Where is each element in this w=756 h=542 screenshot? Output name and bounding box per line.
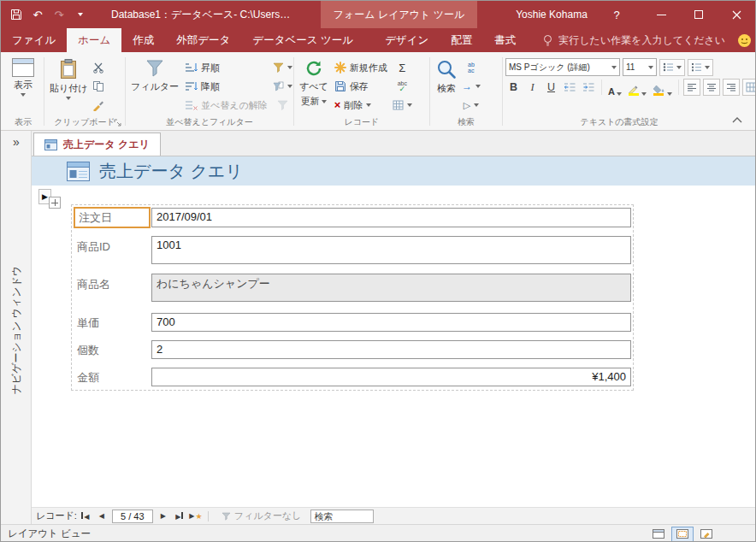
new-record-button[interactable]: 新規作成 bbox=[331, 59, 391, 76]
tab-database-tools[interactable]: データベース ツール bbox=[241, 28, 364, 52]
first-record-button[interactable]: ◀ bbox=[78, 510, 93, 523]
find-group-label: 検索 bbox=[430, 116, 502, 128]
ribbon: 表示 表示 貼り付け bbox=[1, 52, 755, 131]
field-label-product-id[interactable]: 商品ID bbox=[77, 239, 110, 255]
field-value-amount[interactable]: ¥1,400 bbox=[151, 368, 631, 386]
numbering-button[interactable] bbox=[688, 59, 713, 76]
undo-icon: ↶ bbox=[33, 9, 43, 21]
new-record-arrow-icon: ▶ bbox=[189, 512, 194, 520]
copy-button[interactable] bbox=[91, 78, 106, 95]
delete-record-button[interactable]: × 削除 bbox=[331, 97, 391, 114]
tell-me-box[interactable]: 実行したい作業を入力してください bbox=[534, 28, 734, 52]
bullets-button[interactable] bbox=[659, 59, 685, 76]
field-label-order-date[interactable]: 注文日 bbox=[74, 207, 151, 228]
font-size-combo[interactable]: 11 bbox=[623, 58, 657, 76]
find-button[interactable]: 検索 bbox=[433, 55, 460, 95]
redo-button[interactable]: ↷ bbox=[49, 4, 69, 25]
field-label-quantity[interactable]: 個数 bbox=[77, 343, 99, 358]
more-records-button[interactable] bbox=[391, 97, 414, 114]
current-record-input[interactable] bbox=[112, 510, 153, 523]
field-value-product-id[interactable]: 1001 bbox=[151, 236, 631, 264]
field-label-unit-price[interactable]: 単価 bbox=[77, 315, 99, 331]
tab-file[interactable]: ファイル bbox=[1, 28, 67, 52]
undo-button[interactable]: ↶ bbox=[27, 4, 48, 25]
totals-button[interactable]: Σ bbox=[391, 59, 414, 76]
field-value-product-name[interactable]: わにちゃんシャンプー bbox=[151, 274, 631, 302]
layout-move-handle[interactable] bbox=[49, 197, 61, 209]
underline-button[interactable]: U bbox=[543, 80, 559, 96]
feedback-smiley-button[interactable] bbox=[734, 28, 755, 52]
gridlines-button[interactable] bbox=[742, 79, 756, 96]
tab-external-data[interactable]: 外部データ bbox=[165, 28, 241, 52]
format-painter-button[interactable] bbox=[91, 97, 106, 114]
select-button[interactable]: ▷ bbox=[460, 97, 482, 114]
save-record-button[interactable]: 保存 bbox=[331, 78, 391, 95]
tab-format[interactable]: 書式 bbox=[483, 28, 527, 52]
spelling-button[interactable]: abc✓ bbox=[391, 78, 414, 95]
form-view-button[interactable] bbox=[647, 527, 670, 542]
align-right-button[interactable] bbox=[723, 79, 740, 96]
minimize-button[interactable] bbox=[642, 1, 680, 28]
selection-filter-button[interactable] bbox=[271, 59, 294, 76]
help-button[interactable]: ? bbox=[603, 1, 630, 28]
window-title: Database1：データベース- C:\Users… bbox=[111, 8, 290, 22]
clipboard-dialog-launcher[interactable] bbox=[113, 118, 122, 127]
new-record-star-icon: ★ bbox=[195, 512, 202, 521]
close-icon bbox=[732, 10, 741, 20]
filter-status-button[interactable]: フィルターなし bbox=[221, 510, 302, 522]
field-value-order-date[interactable]: 2017/09/01 bbox=[151, 208, 631, 227]
paint-bucket-icon bbox=[653, 85, 665, 96]
align-right-icon bbox=[726, 83, 736, 91]
paste-button[interactable]: 貼り付け bbox=[47, 55, 91, 100]
layout-view-icon bbox=[676, 529, 688, 539]
filter-button[interactable]: フィルター bbox=[128, 55, 181, 93]
next-record-button[interactable]: ▶ bbox=[156, 510, 171, 523]
close-button[interactable] bbox=[718, 1, 755, 28]
background-color-button[interactable] bbox=[651, 79, 674, 96]
font-color-button[interactable]: A bbox=[606, 79, 623, 96]
ribbon-group-records: すべて 更新 新規作成 保存 × 削除 bbox=[294, 53, 429, 130]
new-record-nav-button[interactable]: ▶★ bbox=[188, 510, 204, 523]
field-value-unit-price[interactable]: 700 bbox=[151, 313, 631, 332]
remove-sort-button[interactable]: 並べ替えの解除 bbox=[181, 97, 271, 114]
align-left-button[interactable] bbox=[683, 79, 700, 96]
tab-create[interactable]: 作成 bbox=[121, 28, 165, 52]
collapse-ribbon-button[interactable] bbox=[728, 113, 747, 126]
field-value-quantity[interactable]: 2 bbox=[151, 340, 631, 359]
text-formatting-group-label: テキストの書式設定 bbox=[503, 116, 735, 128]
bullet-list-icon bbox=[663, 62, 674, 72]
field-label-amount[interactable]: 金額 bbox=[77, 370, 99, 386]
previous-record-button[interactable]: ◀ bbox=[94, 510, 109, 523]
maximize-icon bbox=[694, 10, 703, 19]
highlight-color-button[interactable] bbox=[626, 79, 648, 96]
advanced-filter-button[interactable] bbox=[271, 78, 294, 95]
tab-home[interactable]: ホーム bbox=[67, 28, 121, 52]
refresh-all-button[interactable]: すべて 更新 bbox=[297, 55, 331, 108]
sort-ascending-button[interactable]: 昇順 bbox=[181, 59, 271, 76]
increase-indent-button[interactable] bbox=[581, 79, 597, 96]
layout-view-button[interactable] bbox=[671, 527, 694, 542]
record-search-input[interactable] bbox=[310, 510, 374, 523]
nav-pane-expand-button[interactable]: » bbox=[1, 133, 32, 151]
toggle-filter-button[interactable] bbox=[271, 97, 294, 114]
decrease-indent-button[interactable] bbox=[562, 79, 578, 96]
view-button[interactable]: 表示 bbox=[5, 55, 41, 97]
maximize-button[interactable] bbox=[680, 1, 718, 28]
tab-arrange[interactable]: 配置 bbox=[440, 28, 483, 52]
font-name-combo[interactable]: MS Pゴシック (詳細) bbox=[505, 58, 620, 76]
save-button[interactable] bbox=[6, 4, 27, 25]
sort-descending-button[interactable]: 降順 bbox=[181, 78, 271, 95]
align-center-button[interactable] bbox=[703, 79, 720, 96]
italic-button[interactable]: I bbox=[524, 80, 540, 96]
design-view-button[interactable] bbox=[695, 527, 718, 542]
cut-button[interactable] bbox=[91, 59, 106, 76]
tab-design[interactable]: デザイン bbox=[374, 28, 440, 52]
last-record-button[interactable]: ▶ bbox=[172, 510, 187, 523]
document-tab-sales-query[interactable]: 売上データ クエリ bbox=[33, 133, 161, 156]
account-user-name[interactable]: Yoshie Kohama bbox=[502, 1, 601, 28]
qat-customize-button[interactable] bbox=[70, 4, 91, 25]
goto-button[interactable]: → bbox=[460, 78, 482, 95]
field-label-product-name[interactable]: 商品名 bbox=[77, 277, 110, 292]
replace-button[interactable]: abac bbox=[460, 59, 482, 76]
bold-button[interactable]: B bbox=[505, 80, 522, 96]
